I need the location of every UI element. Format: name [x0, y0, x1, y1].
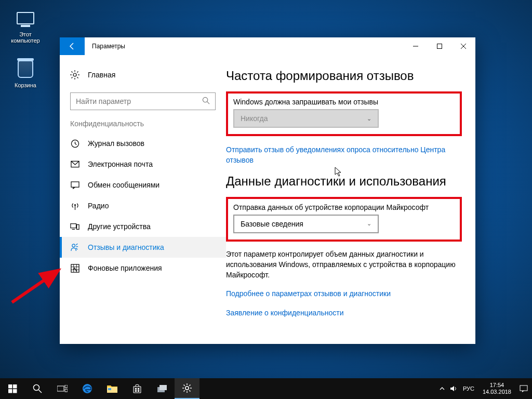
desktop-icon-this-pc[interactable]: Этот компьютер — [5, 7, 46, 44]
svg-rect-18 — [71, 223, 76, 228]
sidebar-home-label: Главная — [88, 71, 115, 79]
svg-line-23 — [12, 270, 59, 302]
tray-volume[interactable] — [450, 378, 458, 399]
feedback-frequency-value: Никогда — [241, 114, 268, 123]
sidebar-item-devices[interactable]: Другие устройства — [60, 216, 226, 237]
sidebar-item-history[interactable]: Журнал вызовов — [60, 133, 226, 154]
pc-icon — [15, 7, 36, 29]
diagnostics-value: Базовые сведения — [241, 220, 303, 228]
desktop-icon-recycle-bin[interactable]: Корзина — [5, 58, 46, 88]
taskbar: РУС 17:54 14.03.2018 — [0, 378, 532, 399]
svg-line-9 — [77, 72, 78, 73]
sidebar-item-label: Отзывы и диагностика — [88, 243, 164, 251]
devices-icon — [70, 222, 79, 231]
start-button[interactable] — [0, 378, 25, 399]
svg-point-17 — [74, 204, 75, 206]
desktop: Этот компьютер Корзина Параметры — [0, 0, 532, 399]
arrow-left-icon — [68, 42, 76, 50]
svg-rect-19 — [77, 224, 79, 229]
svg-rect-15 — [71, 181, 79, 187]
sidebar-item-chat[interactable]: Обмен сообщениями — [60, 175, 226, 195]
sidebar-item-label: Электронная почта — [88, 160, 153, 168]
svg-point-42 — [185, 387, 189, 390]
svg-line-10 — [72, 77, 73, 78]
desktop-icon-label: Корзина — [5, 82, 46, 88]
feedback-frequency-label: Windows должна запрашивать мои отзывы — [233, 98, 455, 106]
highlight-diagnostics: Отправка данных об устройстве корпорации… — [226, 197, 462, 242]
tray-date: 14.03.2018 — [483, 389, 511, 395]
annotation-arrow — [8, 255, 65, 307]
mail-icon — [70, 159, 79, 169]
sidebar-item-label: Фоновые приложения — [88, 264, 162, 272]
window-controls — [404, 37, 475, 55]
sidebar-item-mail[interactable]: Электронная почта — [60, 154, 226, 175]
svg-line-8 — [77, 77, 78, 78]
minimize-icon — [413, 44, 418, 49]
diagnostics-description: Этот параметр контролирует объем данных … — [226, 249, 462, 281]
task-view-button[interactable] — [50, 378, 75, 399]
svg-line-47 — [184, 385, 185, 386]
sidebar-item-feedback[interactable]: Отзывы и диагностика — [60, 237, 226, 258]
gear-icon — [182, 383, 192, 393]
history-icon — [70, 139, 79, 148]
chevron-up-icon — [440, 386, 445, 391]
sidebar-category: Конфиденциальность — [60, 119, 226, 133]
tray-clock[interactable]: 17:54 14.03.2018 — [480, 382, 514, 395]
feedback-frequency-select[interactable]: Никогда ⌄ — [233, 109, 379, 128]
notification-icon — [520, 385, 528, 393]
svg-line-29 — [39, 390, 42, 393]
section-title-diagnostics: Данные диагностики и использования — [226, 174, 462, 189]
svg-rect-31 — [65, 385, 68, 388]
radio-icon — [70, 201, 79, 210]
search-input[interactable]: Найти параметр — [70, 92, 216, 110]
svg-rect-51 — [520, 385, 527, 391]
task-view-icon — [57, 385, 68, 392]
sidebar-home[interactable]: Главная — [60, 64, 226, 85]
svg-line-7 — [72, 72, 73, 73]
learn-more-link[interactable]: Подробнее о параметрах отзывов и диагнос… — [226, 288, 462, 299]
feedback-icon — [70, 243, 79, 252]
taskbar-settings[interactable] — [175, 378, 200, 399]
diagnostics-select[interactable]: Базовые сведения ⌄ — [233, 215, 379, 233]
svg-rect-35 — [108, 388, 111, 390]
svg-rect-38 — [135, 390, 137, 392]
search-icon — [33, 384, 42, 393]
back-button[interactable] — [60, 37, 85, 55]
action-center-button[interactable] — [520, 378, 528, 399]
svg-line-12 — [207, 102, 209, 104]
close-button[interactable] — [451, 37, 475, 55]
taskbar-store[interactable] — [125, 378, 150, 399]
volume-icon — [450, 385, 458, 392]
svg-rect-24 — [8, 384, 12, 389]
search-icon — [202, 97, 210, 106]
svg-rect-32 — [65, 389, 68, 392]
taskbar-edge[interactable] — [75, 378, 100, 399]
search-button[interactable] — [25, 378, 50, 399]
tray-language[interactable]: РУС — [463, 378, 474, 399]
store-icon — [132, 383, 142, 394]
svg-point-2 — [73, 73, 76, 76]
close-icon — [461, 44, 466, 49]
recycle-bin-icon — [15, 58, 36, 80]
svg-rect-39 — [138, 390, 139, 392]
sidebar-item-apps[interactable]: Фоновые приложения — [60, 258, 226, 278]
gear-icon — [70, 70, 79, 79]
titlebar[interactable]: Параметры — [60, 37, 475, 55]
taskbar-app[interactable] — [150, 378, 175, 399]
taskbar-explorer[interactable] — [100, 378, 125, 399]
svg-point-11 — [203, 97, 207, 102]
minimize-button[interactable] — [404, 37, 428, 55]
sidebar-item-label: Журнал вызовов — [88, 139, 144, 148]
feedback-hub-link[interactable]: Отправить отзыв об уведомлениях опроса о… — [226, 144, 462, 166]
chevron-down-icon: ⌄ — [367, 115, 371, 122]
svg-rect-1 — [437, 44, 442, 49]
maximize-button[interactable] — [428, 37, 451, 55]
maximize-icon — [437, 44, 442, 49]
tray-chevron[interactable] — [440, 378, 445, 399]
svg-rect-27 — [13, 389, 17, 393]
diagnostics-label: Отправка данных об устройстве корпорации… — [233, 203, 455, 211]
sidebar-item-radio[interactable]: Радио — [60, 195, 226, 216]
svg-point-21 — [72, 244, 75, 247]
apps-icon — [70, 263, 79, 273]
privacy-statement-link[interactable]: Заявление о конфиденциальности — [226, 308, 462, 318]
